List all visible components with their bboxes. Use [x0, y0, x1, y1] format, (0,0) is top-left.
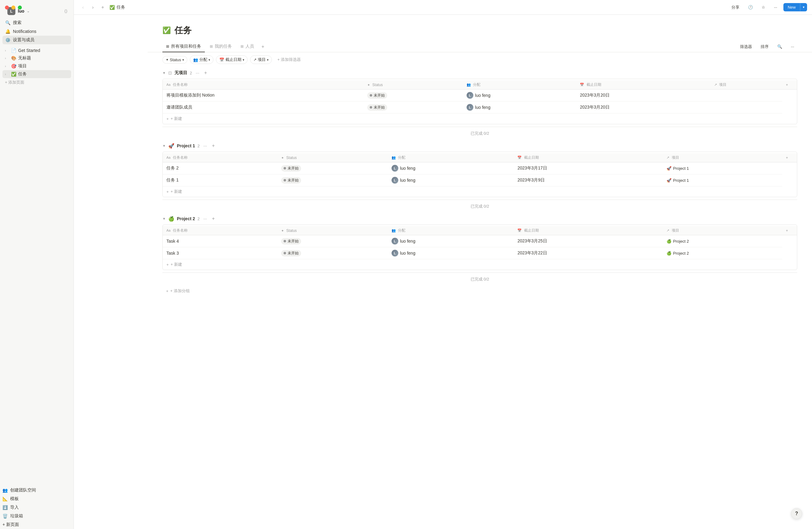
create-team-label: 创建团队空间: [10, 487, 36, 493]
tab-all[interactable]: ⊞ 所有项目和任务: [162, 41, 205, 52]
page-label: 项目: [18, 63, 27, 69]
tab-label: 人员: [245, 44, 254, 49]
forward-button[interactable]: ›: [89, 3, 97, 12]
group-header-no-project[interactable]: ▼ ⊡ 无项目 2 ··· +: [162, 67, 797, 79]
forward-icon: ›: [92, 5, 93, 10]
col-assign: 👥 分配: [463, 80, 576, 89]
project-cell: 🚀 Project 1: [663, 162, 782, 174]
more-button[interactable]: ···: [771, 4, 780, 11]
table-row[interactable]: 将项目模板添加到 Notion 未开始 L luo feng: [163, 89, 797, 102]
gear-icon: ⚙️: [5, 37, 11, 43]
share-button[interactable]: 分享: [729, 3, 742, 11]
add-column-button[interactable]: +: [782, 153, 797, 162]
tab-my-tasks[interactable]: ⊞ 我的任务: [206, 41, 236, 52]
assign-filter[interactable]: 👥 分配 ▾: [190, 55, 214, 64]
project-badge: 🍏 Project 2: [667, 251, 688, 255]
project-badge: 🍏 Project 2: [667, 239, 688, 244]
table-row[interactable]: Task 3 未开始 L luo feng: [163, 247, 797, 259]
filter-button[interactable]: 筛选器: [737, 43, 755, 51]
sort-button[interactable]: 排序: [757, 43, 772, 51]
tab-add-button[interactable]: +: [259, 42, 267, 52]
group-add-task-button[interactable]: +: [203, 70, 208, 76]
table-row[interactable]: 任务 2 未开始 L luo feng: [163, 162, 797, 174]
sidebar-item-notifications[interactable]: 🔔 Notifications: [2, 27, 71, 36]
new-page-button[interactable]: + 新页面: [0, 520, 73, 529]
add-column-button[interactable]: +: [782, 80, 797, 89]
project-filter-icon: ↗: [253, 58, 257, 62]
add-page-button[interactable]: + 添加页面: [2, 78, 71, 87]
sidebar-item-trash[interactable]: 🗑️ 垃圾箱: [0, 512, 73, 520]
new-task-button[interactable]: + + 新建: [163, 186, 797, 197]
status-cell: 未开始: [277, 235, 388, 247]
project-cell: 🍏 Project 2: [663, 247, 782, 259]
sidebar-item-create-team[interactable]: 👥 创建团队空间: [0, 486, 73, 495]
project-icon: 🍏: [667, 251, 671, 255]
task-name-cell: 邀请团队成员: [163, 102, 364, 114]
new-task-button[interactable]: + + 新建: [163, 259, 797, 270]
deadline-cell: 2023年3月25日: [514, 235, 663, 247]
sidebar-item-projects[interactable]: › 🎯 项目: [2, 62, 71, 70]
tabs-right-actions: 筛选器 排序 🔍 ···: [737, 43, 797, 51]
more-icon: ···: [774, 5, 777, 10]
avatar: L: [392, 177, 398, 183]
assignee-container: L luo feng: [467, 104, 573, 111]
minimize-button[interactable]: [11, 5, 15, 10]
sidebar-item-import[interactable]: ⬇️ 导入: [0, 503, 73, 512]
titlebar: ‹ › + ✅ 任务 分享 🕐 ☆ ··· New ▾: [74, 0, 812, 15]
tab-people[interactable]: ⊞ 人员: [237, 41, 258, 52]
deadline-filter[interactable]: 📅 截止日期 ▾: [216, 55, 248, 64]
new-button-dropdown[interactable]: ▾: [800, 3, 807, 11]
status-filter[interactable]: ✦ Status ▾: [162, 56, 187, 64]
table-row[interactable]: 任务 1 未开始 L luo feng: [163, 174, 797, 186]
group-more-button[interactable]: ···: [202, 143, 208, 149]
new-label: New: [788, 5, 796, 10]
search-icon: 🔍: [777, 44, 782, 49]
more-options-button[interactable]: ···: [788, 43, 797, 50]
group-header-project2[interactable]: ▼ 🍏 Project 2 2 ··· +: [162, 213, 797, 224]
add-column-button[interactable]: +: [782, 226, 797, 235]
sidebar-item-get-started[interactable]: › 📄 Get Started: [2, 47, 71, 54]
add-filter-label: + 添加筛选器: [277, 57, 301, 62]
add-group-button[interactable]: + + 添加分组: [162, 286, 797, 296]
add-filter-button[interactable]: + 添加筛选器: [274, 56, 304, 64]
group-name: Project 2: [177, 216, 195, 221]
group-more-button[interactable]: ···: [194, 70, 201, 76]
table-row[interactable]: Task 4 未开始 L luo feng: [163, 235, 797, 247]
close-button[interactable]: [5, 5, 9, 10]
sidebar-item-tasks[interactable]: › ✅ 任务: [2, 70, 71, 78]
task-table: Aa 任务名称 ✦ Status 👥 分配: [163, 153, 797, 186]
assignee-container: L luo feng: [392, 165, 510, 172]
star-icon: ☆: [762, 5, 765, 10]
col-project: ↗ 项目: [663, 226, 782, 235]
group-add-task-button[interactable]: +: [211, 143, 216, 149]
star-button[interactable]: ☆: [759, 4, 768, 11]
group-toggle-icon: ▼: [162, 71, 166, 75]
titlebar-actions: 分享 🕐 ☆ ··· New ▾: [729, 3, 807, 11]
maximize-button[interactable]: [18, 5, 22, 10]
chevron-down-icon: ▾: [183, 58, 184, 61]
new-task-button[interactable]: + + 新建: [163, 114, 797, 124]
project-filter[interactable]: ↗ 项目 ▾: [250, 55, 272, 64]
assignee-container: L luo feng: [392, 250, 510, 256]
table-row[interactable]: 邀请团队成员 未开始 L luo feng: [163, 102, 797, 114]
task-table: Aa 任务名称 ✦ Status 👥 分配: [163, 226, 797, 259]
add-page-nav-button[interactable]: +: [98, 3, 107, 12]
group-more-button[interactable]: ···: [202, 216, 208, 222]
group-header-project1[interactable]: ▼ 🚀 Project 1 2 ··· +: [162, 140, 797, 152]
history-button[interactable]: 🕐: [745, 4, 755, 11]
sidebar-item-untitled[interactable]: › 🎨 无标题: [2, 54, 71, 62]
help-button[interactable]: ?: [791, 508, 802, 519]
status-badge: 未开始: [281, 238, 301, 245]
status-cell: 未开始: [364, 102, 463, 114]
new-button[interactable]: New: [783, 3, 800, 11]
plus-icon: +: [166, 117, 169, 121]
group-add-task-button[interactable]: +: [211, 215, 216, 222]
sidebar-item-search[interactable]: 🔍 搜索: [2, 18, 71, 27]
import-label: 导入: [10, 505, 19, 510]
sidebar-item-settings[interactable]: ⚙️ 设置与成员: [2, 36, 71, 44]
history-icon: 🕐: [748, 5, 753, 10]
back-button[interactable]: ‹: [79, 3, 87, 12]
sidebar-item-templates[interactable]: 📐 模板: [0, 495, 73, 503]
search-button[interactable]: 🔍: [774, 43, 785, 50]
status-cell: 未开始: [364, 89, 463, 102]
